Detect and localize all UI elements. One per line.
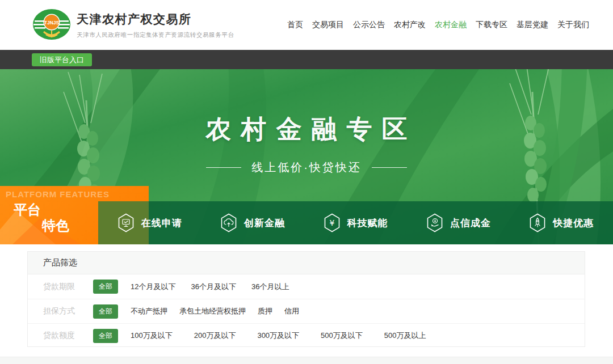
rocket-icon [529,213,546,232]
features-eyebrow: PLATFORM FEATURES [6,189,110,199]
filter-label: 担保方式 [43,306,84,316]
filter-option[interactable]: 信用 [284,306,299,316]
feature-tabbar: 在线申请 创新金融 ¥ 科技赋能 [98,201,613,244]
filter-row-guarantee-method: 担保方式 全部 不动产抵押承包土地经营权抵押质押信用 [28,299,585,323]
features-title-line1: 平台 [14,201,41,219]
hero-subtitle-row: 线上低价·快贷快还 [0,160,613,175]
tab-innovative-finance[interactable]: 创新金融 [201,201,304,244]
main-nav: 首页 交易项目 公示公告 农村产改 农村金融 下载专区 基层党建 关于我们 [287,20,613,30]
header: TJNJS 天津农村产权交易所 天津市人民政府唯一指定集体资产资源流转交易服务平… [0,0,613,50]
nav-item-home[interactable]: 首页 [287,20,303,30]
yen-icon: ¥ [324,213,341,232]
tab-online-apply[interactable]: 在线申请 [98,201,201,244]
tab-label: 创新金融 [244,217,285,230]
nav-item-downloads[interactable]: 下载专区 [476,20,507,30]
cloud-up-icon [220,213,237,232]
hero-title: 农村金融专区 [0,112,613,146]
hand-coin-icon [426,213,443,232]
filter-option[interactable]: 36个月及以下 [191,282,236,292]
filter-option[interactable]: 承包土地经营权抵押 [179,306,246,316]
nav-item-about-us[interactable]: 关于我们 [557,20,589,30]
hero-banner: 农村金融专区 线上低价·快贷快还 PLATFORM FEATURES 平台 特色 [0,69,613,244]
divider-line [206,167,241,168]
page: TJNJS 天津农村产权交易所 天津市人民政府唯一指定集体资产资源流转交易服务平… [0,0,613,364]
filter-options: 12个月及以下36个月及以下36个月以上 [131,282,289,292]
filter-option[interactable]: 200万及以下 [194,331,236,341]
brand-block: 天津农村产权交易所 天津市人民政府唯一指定集体资产资源流转交易服务平台 [77,11,234,39]
tab-label: 快捷优惠 [553,217,594,230]
old-platform-entry-button[interactable]: 旧版平台入口 [32,53,92,66]
filter-option[interactable]: 300万及以下 [257,331,299,341]
filter-option[interactable]: 500万及以上 [384,331,426,341]
all-filter-button[interactable]: 全部 [93,304,118,319]
all-filter-button[interactable]: 全部 [93,280,118,294]
tab-label: 在线申请 [141,217,182,230]
nav-item-trade-projects[interactable]: 交易项目 [312,20,344,30]
filter-label: 贷款期限 [43,282,84,292]
svg-text:TJNJS: TJNJS [44,20,60,26]
site-title: 天津农村产权交易所 [77,11,234,27]
nav-item-rural-reform[interactable]: 农村产改 [394,20,426,30]
filter-option[interactable]: 36个月以上 [251,282,289,292]
filter-row-loan-term: 贷款期限 全部 12个月及以下36个月及以下36个月以上 [28,274,585,299]
tab-label: 点信成金 [450,217,491,230]
product-filter-card: 产品筛选 贷款期限 全部 12个月及以下36个月及以下36个月以上 担保方式 全… [27,251,585,347]
filter-options: 不动产抵押承包土地经营权抵押质押信用 [131,306,299,316]
nav-item-party-building[interactable]: 基层党建 [517,20,548,30]
filter-label: 贷款额度 [43,331,84,341]
filter-option[interactable]: 12个月及以下 [131,282,175,292]
features-title-line2: 特色 [42,217,69,235]
divider-line [372,167,407,168]
hero-subtitle: 线上低价·快贷快还 [251,160,362,175]
filter-option[interactable]: 不动产抵押 [131,306,167,316]
secondary-topbar: 旧版平台入口 [0,50,613,69]
filter-card-title: 产品筛选 [28,252,585,274]
tab-label: 科技赋能 [347,217,388,230]
filter-row-loan-amount: 贷款额度 全部 100万及以下200万及以下300万及以下500万及以下500万… [28,323,585,348]
nav-item-announcements[interactable]: 公示公告 [353,20,385,30]
next-section-strip [0,357,613,364]
svg-text:¥: ¥ [329,218,334,227]
all-filter-button[interactable]: 全部 [93,329,118,343]
monitor-check-icon [117,213,135,232]
tab-credit-to-gold[interactable]: 点信成金 [407,201,510,244]
site-subtitle: 天津市人民政府唯一指定集体资产资源流转交易服务平台 [77,31,234,39]
nav-item-rural-finance[interactable]: 农村金融 [435,20,467,30]
filter-option[interactable]: 500万及以下 [321,331,363,341]
tab-quick-discount[interactable]: 快捷优惠 [510,201,613,244]
filter-option[interactable]: 100万及以下 [131,331,173,341]
hero-content: 农村金融专区 线上低价·快贷快还 [0,69,613,175]
logo-icon[interactable]: TJNJS [32,8,71,42]
filter-option[interactable]: 质押 [258,306,272,316]
tab-tech-empowerment[interactable]: ¥ 科技赋能 [304,201,407,244]
filter-options: 100万及以下200万及以下300万及以下500万及以下500万及以上 [131,331,426,341]
